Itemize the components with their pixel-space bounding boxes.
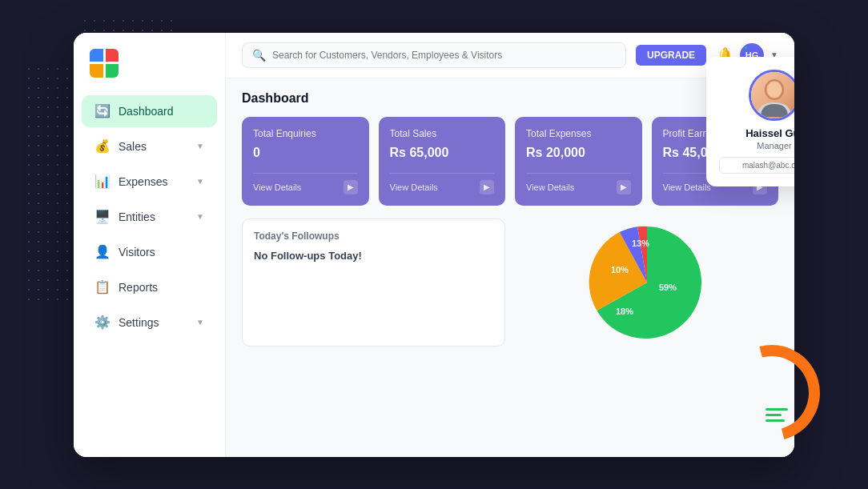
sidebar-logo [74, 49, 225, 94]
app-window: 🔄 Dashboard 💰 Sales ▼ 📊 Expenses ▼ 🖥️ En… [74, 33, 794, 457]
profile-email: malash@abc.com [719, 157, 794, 174]
stat-card-footer[interactable]: View Details ▶ [253, 173, 358, 194]
stat-card-title: Total Enquiries [253, 128, 358, 139]
reports-icon: 📋 [94, 279, 111, 295]
stat-card-value: Rs 65,000 [390, 146, 495, 160]
entities-icon: 🖥️ [94, 209, 111, 225]
view-details-arrow[interactable]: ▶ [344, 180, 358, 194]
stat-card-title: Total Sales [390, 128, 495, 139]
chevron-down-icon: ▼ [196, 142, 204, 150]
sidebar-item-sales[interactable]: 💰 Sales ▼ [82, 130, 217, 162]
stat-cards: Total Enquiries 0 View Details ▶ Total S… [242, 117, 778, 206]
svg-text:59%: 59% [658, 283, 676, 292]
stat-card-footer[interactable]: View Details ▶ [526, 173, 631, 194]
no-followups-message: No Follow-ups Today! [254, 250, 493, 262]
profile-avatar-ring [749, 70, 794, 121]
svg-text:10%: 10% [610, 265, 628, 275]
stat-card-value: 0 [253, 146, 358, 160]
stat-card-enquiries: Total Enquiries 0 View Details ▶ [242, 117, 369, 206]
sidebar-item-visitors[interactable]: 👤 Visitors [82, 236, 217, 268]
search-icon: 🔍 [252, 49, 266, 62]
upgrade-button[interactable]: UPGRADE [636, 45, 706, 66]
sidebar-item-label: Visitors [119, 246, 155, 259]
pie-chart-container: 59% 18% 10% 13% [515, 218, 778, 347]
view-details-arrow[interactable]: ▶ [480, 180, 494, 194]
profile-card: Haissel Gut Manager malash@abc.com [706, 57, 794, 186]
followups-title: Today's Followups [254, 230, 493, 242]
pie-chart: 59% 18% 10% 13% [583, 218, 711, 347]
chevron-down-icon: ▼ [196, 212, 204, 221]
stat-card-sales: Total Sales Rs 65,000 View Details ▶ [379, 117, 506, 206]
chevron-down-icon: ▼ [196, 177, 204, 186]
profile-name: Haissel Gut [745, 127, 794, 139]
sidebar-item-label: Sales [119, 140, 147, 153]
sidebar: 🔄 Dashboard 💰 Sales ▼ 📊 Expenses ▼ 🖥️ En… [74, 33, 226, 457]
stat-card-title: Total Expenses [526, 128, 631, 139]
visitors-icon: 👤 [94, 244, 111, 260]
search-bar[interactable]: 🔍 [242, 42, 626, 68]
h-line-1 [766, 408, 788, 411]
h-line-3 [766, 419, 785, 422]
svg-text:18%: 18% [615, 307, 633, 316]
sidebar-item-settings[interactable]: ⚙️ Settings ▼ [82, 307, 217, 339]
sidebar-item-reports[interactable]: 📋 Reports [82, 271, 217, 303]
stat-card-expenses: Total Expenses Rs 20,000 View Details ▶ [515, 117, 642, 206]
page-title: Dashboard [242, 91, 778, 106]
app-logo [90, 49, 119, 78]
dashboard-icon: 🔄 [94, 103, 111, 119]
followups-card: Today's Followups No Follow-ups Today! [242, 218, 505, 347]
sidebar-item-expenses[interactable]: 📊 Expenses ▼ [82, 166, 217, 198]
sidebar-item-entities[interactable]: 🖥️ Entities ▼ [82, 201, 217, 233]
sidebar-item-label: Reports [119, 281, 158, 294]
stat-card-footer[interactable]: View Details ▶ [390, 173, 495, 194]
search-input[interactable] [272, 50, 616, 61]
settings-icon: ⚙️ [94, 315, 111, 331]
sidebar-item-label: Entities [119, 210, 155, 223]
profile-avatar [751, 72, 794, 118]
chevron-down-icon: ▼ [196, 318, 204, 327]
sales-icon: 💰 [94, 138, 111, 154]
svg-text:13%: 13% [631, 238, 649, 248]
hamburger-decoration [766, 408, 788, 425]
stat-card-value: Rs 20,000 [526, 146, 631, 160]
bottom-row: Today's Followups No Follow-ups Today! [242, 218, 778, 347]
view-details-arrow[interactable]: ▶ [617, 180, 631, 194]
sidebar-item-label: Dashboard [119, 105, 174, 118]
sidebar-item-label: Expenses [119, 175, 167, 188]
sidebar-item-dashboard[interactable]: 🔄 Dashboard [82, 95, 217, 127]
h-line-2 [766, 414, 782, 416]
expenses-icon: 📊 [94, 174, 111, 190]
sidebar-item-label: Settings [119, 316, 159, 329]
profile-role: Manager [757, 141, 791, 150]
svg-point-6 [767, 82, 782, 98]
